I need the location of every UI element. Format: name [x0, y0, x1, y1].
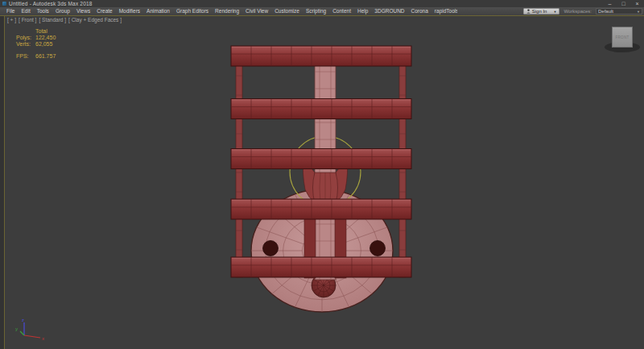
stats-polys-value: 122,450: [35, 35, 56, 41]
y-axis-label: y: [15, 326, 18, 331]
viewcube[interactable]: FRONT: [605, 25, 640, 59]
stats-fps-label: FPS:: [16, 53, 35, 60]
model-hole-right: [370, 241, 386, 256]
x-axis-label: x: [42, 336, 44, 341]
model-slat[interactable]: [231, 257, 411, 277]
application-window: Untitled - Autodesk 3ds Max 2018 – □ × F…: [0, 0, 644, 349]
viewcube-front-label: FRONT: [616, 35, 630, 39]
viewport-menu-plus[interactable]: [ + ]: [7, 17, 16, 23]
stats-verts-value: 62,055: [35, 41, 52, 48]
z-axis-label: z: [22, 318, 24, 322]
stats-verts-label: Verts:: [16, 41, 35, 48]
viewport-front[interactable]: [ + ][ Front ][ Standard ][ Clay + Edged…: [5, 16, 644, 349]
stats-total-label: Total: [35, 28, 47, 35]
model-slat[interactable]: [231, 99, 411, 119]
viewport-view-label[interactable]: [ Front ]: [19, 17, 36, 23]
viewcube-front-face[interactable]: FRONT: [612, 27, 633, 48]
viewport-label-bar: [ + ][ Front ][ Standard ][ Clay + Edged…: [7, 17, 122, 23]
stats-polys-label: Polys:: [16, 35, 35, 41]
viewport-renderstyle-label[interactable]: [ Standard ]: [39, 17, 66, 23]
model-hole-left: [263, 241, 279, 256]
model-slat[interactable]: [231, 149, 411, 169]
viewport-canvas[interactable]: [0, 0, 644, 349]
model-wall-lamp[interactable]: [231, 46, 411, 312]
y-axis-line: [20, 331, 24, 335]
x-axis-line: [24, 335, 40, 338]
model-slat[interactable]: [231, 199, 411, 219]
viewport-statistics: Total Polys:122,450 Verts:62,055 FPS:661…: [16, 28, 56, 60]
stats-fps-value: 661.757: [35, 53, 56, 60]
model-slat[interactable]: [231, 46, 411, 66]
world-axis-gizmo: z x y: [8, 315, 52, 343]
viewport-shading-label[interactable]: [ Clay + Edged Faces ]: [68, 17, 122, 23]
